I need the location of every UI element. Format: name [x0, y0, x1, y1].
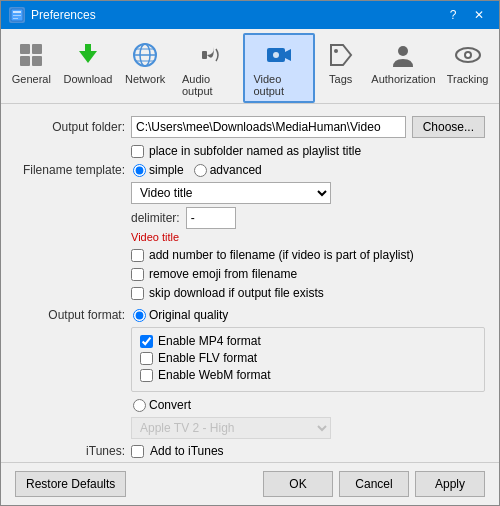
tracking-icon — [452, 39, 484, 71]
output-folder-label: Output folder: — [15, 120, 125, 134]
svg-rect-2 — [13, 15, 21, 16]
output-format-row: Output format: Original quality — [15, 308, 485, 322]
toolbar: General Download Network — [1, 29, 499, 104]
video-title-hint: Video title — [131, 231, 485, 243]
filename-template-label: Filename template: — [15, 163, 125, 177]
delimiter-row: delimiter: — [131, 207, 485, 229]
toolbar-audio-label: Audio output — [182, 73, 233, 97]
title-bar: Preferences ? ✕ — [1, 1, 499, 29]
remove-emoji-label: remove emoji from filename — [149, 267, 297, 281]
toolbar-tracking-label: Tracking — [447, 73, 489, 85]
toolbar-network[interactable]: Network — [118, 33, 172, 103]
original-quality-radio[interactable] — [133, 309, 146, 322]
toolbar-network-label: Network — [125, 73, 165, 85]
choose-button[interactable]: Choose... — [412, 116, 485, 138]
webm-row: Enable WebM format — [140, 368, 476, 382]
simple-radio-label: simple — [133, 163, 184, 177]
format-checkboxes: Enable MP4 format Enable FLV format Enab… — [131, 327, 485, 392]
original-quality-label: Original quality — [133, 308, 228, 322]
skip-download-label: skip download if output file exists — [149, 286, 324, 300]
svg-rect-6 — [20, 56, 30, 66]
toolbar-audio-output[interactable]: Audio output — [172, 33, 243, 103]
preferences-window: Preferences ? ✕ General — [0, 0, 500, 506]
svg-rect-3 — [13, 18, 18, 19]
remove-emoji-row: remove emoji from filename — [131, 267, 485, 281]
toolbar-auth-label: Authorization — [371, 73, 435, 85]
add-number-checkbox[interactable] — [131, 249, 144, 262]
svg-rect-1 — [13, 11, 21, 13]
delimiter-label: delimiter: — [131, 211, 180, 225]
svg-rect-7 — [32, 56, 42, 66]
filename-select[interactable]: Video title — [131, 182, 331, 204]
toolbar-general[interactable]: General — [5, 33, 58, 103]
video-icon — [263, 39, 295, 71]
toolbar-authorization[interactable]: Authorization — [367, 33, 440, 103]
webm-label: Enable WebM format — [158, 368, 271, 382]
convert-radio[interactable] — [133, 399, 146, 412]
flv-row: Enable FLV format — [140, 351, 476, 365]
convert-select: Apple TV 2 - High — [131, 417, 331, 439]
convert-label: Convert — [133, 398, 191, 412]
simple-radio[interactable] — [133, 164, 146, 177]
audio-icon — [192, 39, 224, 71]
auth-icon — [387, 39, 419, 71]
minimize-button[interactable]: ? — [441, 4, 465, 26]
svg-point-23 — [466, 53, 470, 57]
webm-checkbox[interactable] — [140, 369, 153, 382]
download-icon — [72, 39, 104, 71]
toolbar-tags-label: Tags — [329, 73, 352, 85]
cancel-button[interactable]: Cancel — [339, 471, 409, 497]
toolbar-tags[interactable]: Tags — [315, 33, 367, 103]
filename-dropdown-row: Video title — [131, 182, 485, 204]
advanced-radio-label: advanced — [194, 163, 262, 177]
convert-row: Convert — [15, 398, 485, 412]
close-button[interactable]: ✕ — [467, 4, 491, 26]
title-controls: ? ✕ — [441, 4, 491, 26]
output-folder-row: Output folder: Choose... — [15, 116, 485, 138]
general-icon — [15, 39, 47, 71]
remove-emoji-checkbox[interactable] — [131, 268, 144, 281]
delimiter-input[interactable] — [186, 207, 236, 229]
svg-marker-17 — [285, 49, 291, 61]
window-title: Preferences — [31, 8, 96, 22]
toolbar-video-output[interactable]: Video output — [243, 33, 314, 103]
output-folder-input[interactable] — [131, 116, 406, 138]
window-icon — [9, 7, 25, 23]
output-format-label: Output format: — [15, 308, 125, 322]
apply-button[interactable]: Apply — [415, 471, 485, 497]
title-bar-left: Preferences — [9, 7, 96, 23]
toolbar-tracking[interactable]: Tracking — [440, 33, 495, 103]
add-itunes-checkbox[interactable] — [131, 445, 144, 458]
skip-download-checkbox[interactable] — [131, 287, 144, 300]
toolbar-download-label: Download — [64, 73, 113, 85]
itunes-section: iTunes: Add to iTunes Playlist: Download… — [15, 444, 485, 462]
toolbar-video-label: Video output — [253, 73, 304, 97]
toolbar-download[interactable]: Download — [58, 33, 119, 103]
footer-buttons: OK Cancel Apply — [263, 471, 485, 497]
toolbar-general-label: General — [12, 73, 51, 85]
filename-template-radios: simple advanced — [133, 163, 262, 177]
svg-point-19 — [334, 49, 338, 53]
subfolder-label: place in subfolder named as playlist tit… — [149, 144, 361, 158]
svg-point-20 — [398, 46, 408, 56]
advanced-radio[interactable] — [194, 164, 207, 177]
content-area: Output folder: Choose... place in subfol… — [1, 104, 499, 462]
svg-rect-15 — [202, 51, 207, 59]
filename-template-row: Filename template: simple advanced — [15, 163, 485, 177]
mp4-row: Enable MP4 format — [140, 334, 476, 348]
svg-rect-4 — [20, 44, 30, 54]
flv-label: Enable FLV format — [158, 351, 257, 365]
add-itunes-label: Add to iTunes — [150, 444, 224, 458]
convert-dropdown-row: Apple TV 2 - High — [131, 417, 485, 439]
add-number-label: add number to filename (if video is part… — [149, 248, 414, 262]
add-number-row: add number to filename (if video is part… — [131, 248, 485, 262]
svg-point-18 — [273, 52, 279, 58]
output-folder-content: Choose... — [131, 116, 485, 138]
ok-button[interactable]: OK — [263, 471, 333, 497]
itunes-row: iTunes: Add to iTunes — [15, 444, 485, 458]
subfolder-checkbox[interactable] — [131, 145, 144, 158]
mp4-checkbox[interactable] — [140, 335, 153, 348]
skip-download-row: skip download if output file exists — [131, 286, 485, 300]
flv-checkbox[interactable] — [140, 352, 153, 365]
restore-defaults-button[interactable]: Restore Defaults — [15, 471, 126, 497]
